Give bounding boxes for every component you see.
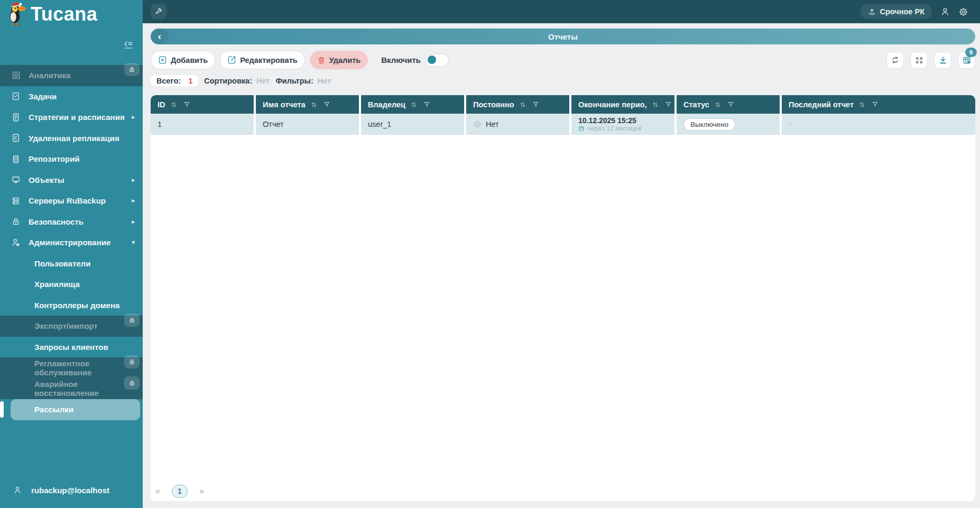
security-lock-icon xyxy=(10,217,22,226)
administration-user-gear-icon xyxy=(10,238,22,247)
sort-summary: Сортировка: Нет xyxy=(204,77,270,85)
filter-icon[interactable] xyxy=(183,101,190,108)
table-settings-button[interactable]: 9 xyxy=(958,52,975,69)
pagination-next-button[interactable]: » xyxy=(199,486,204,496)
sort-icon[interactable] xyxy=(310,101,318,108)
column-label: Статус xyxy=(683,100,709,109)
user-email: rubackup@localhost xyxy=(31,486,109,495)
sidebar-item-label: Задачи xyxy=(29,92,57,101)
toucan-logo-icon xyxy=(4,2,26,26)
settings-gear-icon[interactable] xyxy=(958,7,968,17)
sidebar-user[interactable]: rubackup@localhost xyxy=(0,480,155,500)
column-header-status[interactable]: Статус xyxy=(677,95,780,114)
delete-button[interactable]: Удалить xyxy=(310,51,368,69)
sidebar-item-label: Экспорт/импорт xyxy=(34,321,98,330)
add-button-label: Добавить xyxy=(171,56,208,64)
sort-label: Сортировка: xyxy=(204,77,252,85)
strategies-document-icon xyxy=(10,113,22,122)
table-row[interactable]: 1 Отчет user_1 Нет 10.12.2025 15:25 че xyxy=(151,114,975,135)
sort-icon[interactable] xyxy=(652,101,659,108)
sidebar-item-export-import[interactable]: Экспорт/импорт xyxy=(0,316,143,337)
edit-button[interactable]: Редактировать xyxy=(220,51,304,69)
pagination-prev-button[interactable]: « xyxy=(155,486,160,496)
edit-button-label: Редактировать xyxy=(240,56,297,64)
lock-icon xyxy=(124,355,140,368)
sidebar-item-domain-controllers[interactable]: Контроллеры домена xyxy=(0,295,143,316)
back-button[interactable]: ‹ xyxy=(151,29,169,44)
sidebar-item-label: Репозиторий xyxy=(29,154,80,163)
app-logo: Tucana xyxy=(4,2,97,26)
filter-icon[interactable] xyxy=(727,101,734,108)
cell-status: Выключено xyxy=(677,114,780,135)
sidebar-item-disaster-recovery[interactable]: Аварийное восстановление xyxy=(0,378,143,400)
pagination-page-1[interactable]: 1 xyxy=(172,485,188,498)
column-header-permanent[interactable]: Постоянно xyxy=(466,95,569,114)
sidebar-item-repository[interactable]: Репозиторий xyxy=(0,149,143,170)
filter-icon[interactable] xyxy=(872,101,879,108)
sort-icon[interactable] xyxy=(714,101,722,108)
calendar-icon xyxy=(578,125,585,132)
sidebar-item-mailings[interactable]: Рассылки xyxy=(11,399,140,420)
filter-icon[interactable] xyxy=(665,101,672,108)
table-empty-area xyxy=(151,135,975,481)
topbar: Срочное РК xyxy=(143,0,980,23)
fullscreen-button[interactable] xyxy=(910,52,928,69)
filter-icon[interactable] xyxy=(423,101,430,108)
tasks-clipboard-icon xyxy=(10,91,22,101)
total-counter: Всего: 1 xyxy=(151,75,198,86)
download-button[interactable] xyxy=(934,52,951,69)
sort-value: Нет xyxy=(256,77,270,85)
page-title: Отчеты xyxy=(548,32,578,41)
sidebar-item-administration[interactable]: Администрирование ▾ xyxy=(0,232,143,253)
sidebar-item-label: Пользователи xyxy=(34,259,90,268)
column-header-name[interactable]: Имя отчета xyxy=(256,95,359,114)
objects-monitor-icon xyxy=(10,175,22,184)
cell-period-end: 10.12.2025 15:25 через 12 месяцев xyxy=(571,114,674,135)
total-value: 1 xyxy=(188,77,192,85)
refresh-button[interactable] xyxy=(886,52,904,69)
sidebar-item-analytics[interactable]: Аналитика xyxy=(0,65,143,86)
sidebar-item-storages[interactable]: Хранилища xyxy=(0,274,143,295)
pagination: « 1 » xyxy=(151,481,975,501)
sidebar-item-rubackup-servers[interactable]: Серверы RuBackup ▸ xyxy=(0,190,143,211)
sort-icon[interactable] xyxy=(410,101,418,108)
add-button[interactable]: Добавить xyxy=(151,51,215,69)
sidebar-item-tasks[interactable]: Задачи xyxy=(0,86,143,107)
sort-icon[interactable] xyxy=(170,101,178,108)
sidebar-nav: Аналитика Задачи Стратегии и расписан xyxy=(0,65,143,420)
collapse-sidebar-icon[interactable] xyxy=(123,38,134,51)
sort-icon[interactable] xyxy=(858,101,866,108)
meta-row: Всего: 1 Сортировка: Нет Фильтры: Нет xyxy=(151,75,975,86)
filter-label: Фильтры: xyxy=(275,77,313,85)
cell-owner: user_1 xyxy=(361,114,464,135)
sidebar-item-objects[interactable]: Объекты ▸ xyxy=(0,170,143,191)
column-header-last-report[interactable]: Последний отчет xyxy=(782,95,975,114)
filter-icon[interactable] xyxy=(323,101,330,108)
column-label: Окончание перио, xyxy=(578,100,647,109)
column-header-id[interactable]: ID xyxy=(151,95,254,114)
sort-icon[interactable] xyxy=(519,101,526,108)
sidebar-item-remote-replication[interactable]: Удаленная репликация xyxy=(0,128,143,149)
column-header-owner[interactable]: Владелец xyxy=(361,95,464,114)
sidebar-item-client-requests[interactable]: Запросы клиентов xyxy=(0,337,143,358)
user-profile-icon[interactable] xyxy=(940,6,950,17)
urgent-backup-label: Срочное РК xyxy=(880,7,924,16)
servers-icon xyxy=(10,196,22,206)
column-header-period-end[interactable]: Окончание перио, xyxy=(571,95,674,114)
lock-icon xyxy=(124,376,140,390)
sidebar-item-security[interactable]: Безопасность ▸ xyxy=(0,211,143,233)
urgent-backup-button[interactable]: Срочное РК xyxy=(861,4,932,19)
table-header-row: ID Имя отчета Владелец Постоянно xyxy=(151,95,975,114)
filter-icon[interactable] xyxy=(532,101,539,108)
sidebar-item-strategies[interactable]: Стратегии и расписания ▸ xyxy=(0,107,143,128)
sidebar-item-users[interactable]: Пользователи xyxy=(0,253,143,274)
chevron-right-icon: ▸ xyxy=(132,218,135,225)
enable-toggle[interactable] xyxy=(426,54,449,67)
sidebar-item-scheduled-maintenance[interactable]: Регламентное обслуживание xyxy=(0,357,143,378)
toolbar-left: Добавить Редактировать xyxy=(151,51,449,69)
total-label: Всего: xyxy=(156,77,181,85)
sidebar-item-label: Аналитика xyxy=(29,71,70,80)
sidebar: Tucana Аналитика xyxy=(0,0,143,508)
sidebar-item-label: Удаленная репликация xyxy=(29,134,119,143)
wrench-button[interactable] xyxy=(151,4,167,20)
